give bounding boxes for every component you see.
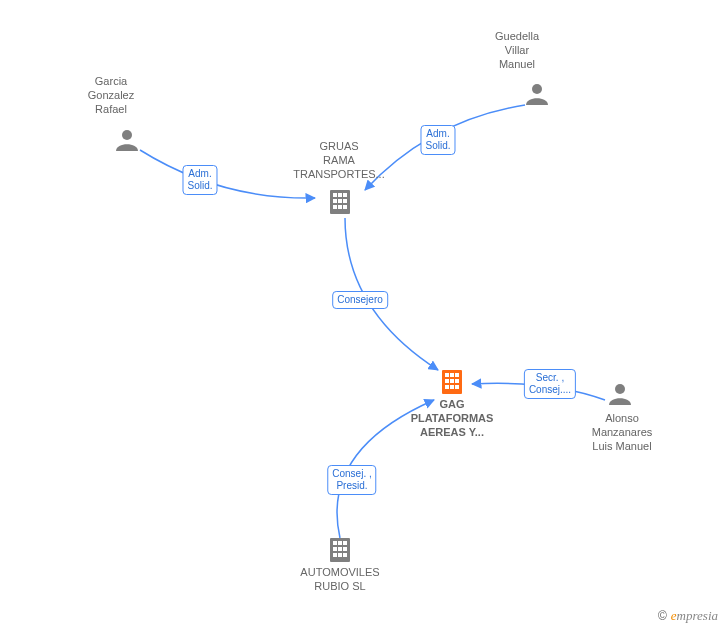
building-icon[interactable]: [442, 370, 462, 394]
watermark-rest: mpresia: [677, 608, 718, 623]
edge-label-guedella-gruas: Adm.Solid.: [420, 125, 455, 155]
watermark-copy: ©: [658, 609, 667, 623]
person-icon[interactable]: [609, 384, 631, 405]
node-label-guedella[interactable]: GuedellaVillarManuel: [457, 30, 577, 71]
building-icon[interactable]: [330, 538, 350, 562]
node-label-gruas[interactable]: GRUASRAMATRANSPORTES...: [279, 140, 399, 181]
node-label-gag[interactable]: GAGPLATAFORMASAEREAS Y...: [392, 398, 512, 439]
node-label-garcia[interactable]: GarciaGonzalezRafael: [51, 75, 171, 116]
building-icon[interactable]: [330, 190, 350, 214]
edge-label-alonso-gag: Secr. ,Consej....: [524, 369, 576, 399]
edge-label-autos-gag: Consej. ,Presid.: [327, 465, 376, 495]
node-label-autos[interactable]: AUTOMOVILESRUBIO SL: [280, 566, 400, 594]
edge-label-garcia-gruas: Adm.Solid.: [182, 165, 217, 195]
person-icon[interactable]: [116, 130, 138, 151]
watermark: ©empresia: [658, 608, 718, 624]
edge-label-gruas-gag: Consejero: [332, 291, 388, 309]
node-label-alonso[interactable]: AlonsoManzanaresLuis Manuel: [562, 412, 682, 453]
person-icon[interactable]: [526, 84, 548, 105]
